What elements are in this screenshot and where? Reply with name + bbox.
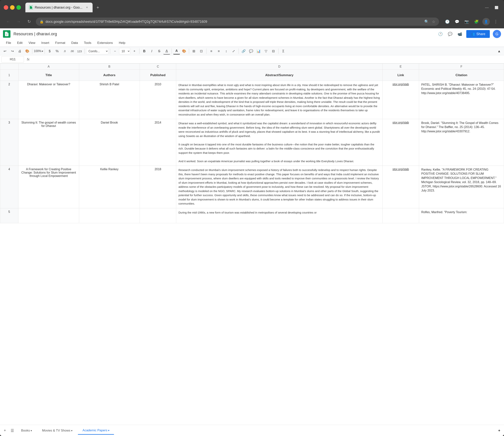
align-left-button[interactable]: ≡ <box>208 48 215 54</box>
font-size-select[interactable]: 10 <box>119 48 130 54</box>
collapse-toolbar-button[interactable]: ▲ <box>496 48 503 54</box>
col-header-e[interactable]: E <box>383 64 419 70</box>
col-header-f[interactable]: F <box>419 64 504 70</box>
maximize-button[interactable] <box>16 5 21 10</box>
menu-extensions[interactable]: Extensions <box>94 40 116 46</box>
sheet-menu-button[interactable]: ☰ <box>9 427 16 434</box>
col-header-a[interactable]: A <box>18 64 79 70</box>
row-5-link[interactable] <box>383 208 419 223</box>
row-2-authors[interactable]: Shirish B Patel <box>79 81 140 119</box>
comment-title-icon[interactable]: 💬 <box>447 31 454 37</box>
text-rotate-button[interactable]: ⤢ <box>230 48 237 54</box>
bookmark-icon[interactable]: ☆ <box>432 19 435 24</box>
menu-file[interactable]: File <box>3 40 14 46</box>
percent-button[interactable]: % <box>54 48 61 54</box>
menu-view[interactable]: View <box>26 40 38 46</box>
add-sheet-button[interactable]: + <box>1 427 8 434</box>
font-size-increase-button[interactable]: + <box>131 48 138 54</box>
row-3-link[interactable]: stor.org/stab <box>383 119 419 166</box>
row-3-published[interactable]: 2014 <box>140 119 176 166</box>
row-3-authors[interactable]: Daniel Brook <box>79 119 140 166</box>
undo-button[interactable]: ↩ <box>1 48 8 54</box>
format-number-button[interactable]: 123 <box>76 48 83 54</box>
fullscreen-icon[interactable]: ⬜ <box>493 4 500 11</box>
row-5-title[interactable] <box>18 208 79 223</box>
row-2-title[interactable]: Dharavi: Makeover or Takeover? <box>18 81 79 119</box>
menu-tools[interactable]: Tools <box>81 40 94 46</box>
underline-button[interactable]: A <box>163 48 170 54</box>
menu-help[interactable]: Help <box>116 40 128 46</box>
functions-button[interactable]: Σ <box>280 48 287 54</box>
fill-color-button[interactable]: 🎨 <box>181 48 187 54</box>
row-5-citation[interactable]: Rolfes, Manfred. "Poverty Tourism: <box>419 208 504 223</box>
tab-academic-papers[interactable]: Academic Papers ▾ <box>78 427 114 435</box>
row-2-abstract[interactable]: Dharavi in Mumbai exemplifies what is mo… <box>176 81 383 119</box>
row-1-header[interactable]: 1 <box>0 70 18 81</box>
row-4-published[interactable]: 2018 <box>140 166 176 208</box>
chat-icon[interactable]: 💬 <box>453 18 461 25</box>
menu-insert[interactable]: Insert <box>38 40 52 46</box>
filter-view-button[interactable]: ⊟ <box>270 48 277 54</box>
row-3-title[interactable]: Slumming It: The gospel of wealth comes … <box>18 119 79 166</box>
row-2-link[interactable]: stor.org/stab <box>383 81 419 119</box>
row-5-abstract[interactable]: During the mid-1990s, a new form of tour… <box>176 208 383 223</box>
tab-movies-tv[interactable]: Movies & TV Shows ▾ <box>37 427 77 435</box>
strikethrough-button[interactable]: S <box>156 48 163 54</box>
share-button[interactable]: 👥 Share <box>466 30 490 38</box>
col-header-d[interactable]: D <box>176 64 383 70</box>
close-button[interactable] <box>4 5 8 10</box>
print-button[interactable]: 🖨 <box>16 48 23 54</box>
comment-button[interactable]: 💬 <box>248 48 254 54</box>
row-2-header[interactable]: 2 <box>0 81 18 119</box>
explore-button[interactable]: ✦ <box>496 427 503 434</box>
address-bar[interactable]: 🔒 docs.google.com/spreadsheets/d/1f76FTh… <box>36 18 439 26</box>
merge-button[interactable]: ⊡ <box>198 48 205 54</box>
menu-format[interactable]: Format <box>52 40 68 46</box>
vertical-align-button[interactable]: ↕ <box>223 48 229 54</box>
col-header-b[interactable]: B <box>79 64 140 70</box>
font-size-decrease-button[interactable]: − <box>112 48 118 54</box>
menu-edit[interactable]: Edit <box>14 40 25 46</box>
row-4-header[interactable]: 4 <box>0 166 18 208</box>
menu-data[interactable]: Data <box>68 40 81 46</box>
row-3-citation[interactable]: Brook, Daniel. "Slumming It: The Gospel … <box>419 119 504 166</box>
bold-button[interactable]: B <box>141 48 148 54</box>
row-5-header[interactable]: 5 <box>0 208 18 223</box>
row-2-citation[interactable]: PATEL, SHIRISH B. "Dharavi: Makeover or … <box>419 81 504 119</box>
menu-icon[interactable]: ⋮ <box>492 18 500 25</box>
decimal-increase-button[interactable]: .00 <box>69 48 75 54</box>
col-header-c[interactable]: C <box>140 64 176 70</box>
forward-button[interactable]: → <box>15 18 22 25</box>
minimize-button[interactable] <box>10 5 15 10</box>
profile-icon[interactable]: 👤 <box>482 18 490 25</box>
camera-icon[interactable]: 📷 <box>463 18 470 25</box>
video-title-icon[interactable]: 📹 <box>457 31 463 37</box>
redo-button[interactable]: ↪ <box>9 48 16 54</box>
paint-format-button[interactable]: 🎨 <box>24 48 31 54</box>
minimize-window-icon[interactable]: — <box>483 4 491 11</box>
extensions-icon[interactable]: 🧩 <box>473 18 480 25</box>
row-3-header[interactable]: 3 <box>0 119 18 166</box>
row-4-authors[interactable]: Kellie Rankey <box>79 166 140 208</box>
row-4-citation[interactable]: Rankey, Kellie. "A FRAMEWORK FOR CREATIN… <box>419 166 504 208</box>
chart-button[interactable]: 📊 <box>255 48 262 54</box>
row-5-authors[interactable] <box>79 208 140 223</box>
row-5-published[interactable] <box>140 208 176 223</box>
link-button[interactable]: 🔗 <box>240 48 247 54</box>
row-4-abstract[interactable]: Research conducted on Mumbai's slum impr… <box>176 166 383 208</box>
cell-reference-input[interactable] <box>1 56 24 63</box>
filter-button[interactable]: ▽ <box>263 48 269 54</box>
tab-close-icon[interactable]: × <box>85 6 89 9</box>
italic-button[interactable]: I <box>148 48 155 54</box>
new-tab-button[interactable]: + <box>94 4 101 11</box>
back-button[interactable]: ← <box>4 18 12 25</box>
zoom-control[interactable]: 100% ▾ <box>34 49 43 53</box>
text-color-button[interactable]: A <box>173 48 180 54</box>
row-2-published[interactable]: 2010 <box>140 81 176 119</box>
search-icon[interactable]: 🔍 <box>424 19 429 24</box>
row-4-link[interactable]: stor.org/stab <box>383 166 419 208</box>
reload-button[interactable]: ↻ <box>25 18 33 25</box>
currency-button[interactable]: $ <box>46 48 53 54</box>
row-3-abstract[interactable]: Dharavi was a well-established symbol, a… <box>176 119 383 166</box>
account-icon[interactable]: G <box>493 30 501 38</box>
